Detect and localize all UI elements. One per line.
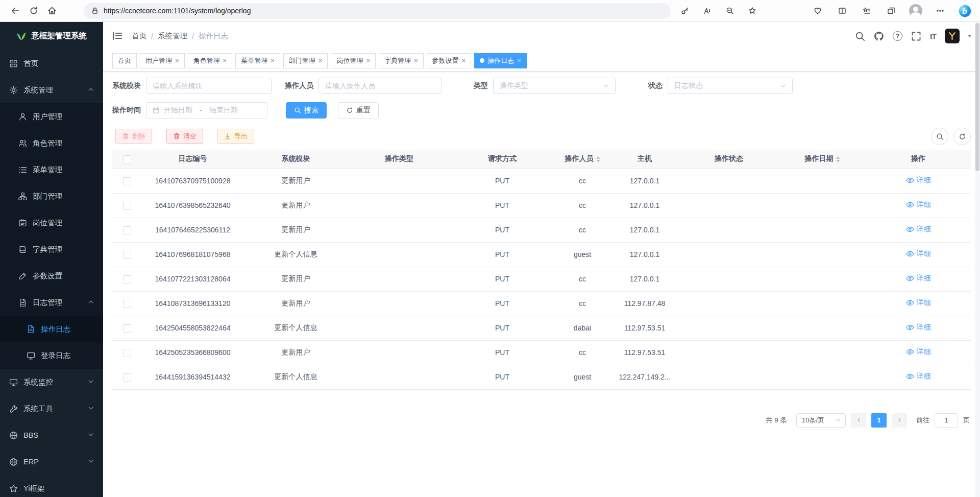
- close-icon[interactable]: ×: [517, 57, 521, 64]
- sidebar-item-login-log[interactable]: 登录日志: [0, 342, 103, 369]
- detail-link[interactable]: 详细: [906, 200, 931, 209]
- row-checkbox[interactable]: [123, 226, 131, 234]
- fullscreen-icon[interactable]: [911, 31, 921, 41]
- search-icon[interactable]: [855, 31, 865, 41]
- close-icon[interactable]: ×: [175, 57, 179, 64]
- tab-oper-log[interactable]: 操作日志×: [474, 53, 527, 68]
- column-date[interactable]: 操作日期: [779, 150, 866, 169]
- column-operator[interactable]: 操作人员: [554, 150, 610, 169]
- user-avatar-logo[interactable]: [945, 29, 960, 43]
- help-icon[interactable]: ?: [893, 31, 902, 41]
- avatar-caret-icon[interactable]: ▾: [968, 33, 971, 39]
- sidebar-item-user-mgmt[interactable]: 用户管理: [0, 103, 103, 130]
- app-logo[interactable]: 意框架管理系统: [0, 22, 103, 50]
- row-checkbox[interactable]: [123, 349, 131, 357]
- date-range-picker[interactable]: 开始日期 - 结束日期: [146, 102, 267, 119]
- prev-page-button[interactable]: [851, 413, 866, 428]
- font-size-icon[interactable]: tT: [930, 32, 936, 40]
- detail-link[interactable]: 详细: [906, 225, 931, 234]
- copilot-button[interactable]: b: [955, 2, 974, 19]
- sidebar-item-home[interactable]: 首页: [0, 50, 103, 77]
- add-favorite-button[interactable]: [743, 2, 762, 19]
- detail-link[interactable]: 详细: [906, 249, 931, 258]
- sidebar-item-log-mgmt[interactable]: 日志管理: [0, 289, 103, 316]
- refresh-table-button[interactable]: [953, 128, 971, 145]
- close-icon[interactable]: ×: [366, 57, 370, 64]
- show-search-toggle-button[interactable]: [931, 128, 948, 145]
- row-checkbox[interactable]: [123, 373, 131, 382]
- tab-role-mgmt[interactable]: 角色管理×: [188, 53, 233, 68]
- sidebar-item-erp[interactable]: ERP: [0, 448, 103, 475]
- split-screen-button[interactable]: [833, 2, 851, 19]
- tab-home[interactable]: 首页: [112, 53, 137, 68]
- browser-home-button[interactable]: [43, 2, 61, 19]
- scrollbar-thumb[interactable]: [975, 23, 979, 171]
- sidebar-item-dept-mgmt[interactable]: 部门管理: [0, 183, 103, 209]
- row-checkbox[interactable]: [123, 300, 131, 308]
- sidebar-item-post-mgmt[interactable]: 岗位管理: [0, 209, 103, 236]
- sort-icon[interactable]: [836, 156, 840, 162]
- sidebar-item-bbs[interactable]: BBS: [0, 422, 103, 448]
- browser-refresh-button[interactable]: [24, 2, 43, 19]
- sidebar-item-oper-log[interactable]: 操作日志: [0, 316, 103, 342]
- tab-menu-mgmt[interactable]: 菜单管理×: [235, 53, 280, 68]
- breadcrumb-system[interactable]: 系统管理: [158, 31, 187, 41]
- search-button[interactable]: 搜索: [286, 102, 327, 119]
- read-aloud-button[interactable]: [698, 2, 717, 19]
- page-number-button[interactable]: 1: [871, 413, 887, 428]
- detail-link[interactable]: 详细: [906, 323, 931, 332]
- browser-back-button[interactable]: [6, 2, 24, 19]
- sidebar-item-yi-framework[interactable]: Yi框架: [0, 475, 103, 497]
- clear-button[interactable]: 清空: [166, 129, 203, 144]
- detail-link[interactable]: 详细: [906, 274, 931, 283]
- delete-button[interactable]: 删除: [115, 129, 152, 144]
- sidebar-item-menu-mgmt[interactable]: 菜单管理: [0, 156, 103, 183]
- row-checkbox[interactable]: [123, 275, 131, 283]
- row-checkbox[interactable]: [123, 324, 131, 333]
- tab-user-mgmt[interactable]: 用户管理×: [140, 53, 185, 68]
- breadcrumb-home[interactable]: 首页: [132, 31, 146, 41]
- type-select[interactable]: 操作类型: [493, 78, 616, 94]
- goto-page-input[interactable]: [935, 413, 958, 428]
- operator-input[interactable]: [318, 78, 442, 94]
- close-icon[interactable]: ×: [462, 57, 466, 64]
- detail-link[interactable]: 详细: [906, 372, 931, 381]
- sidebar-item-role-mgmt[interactable]: 角色管理: [0, 130, 103, 156]
- address-bar[interactable]: https://ccnetcore.com:1101/system/log/op…: [84, 3, 671, 19]
- detail-link[interactable]: 详细: [906, 176, 931, 185]
- zoom-button[interactable]: [721, 2, 739, 19]
- favorites-button[interactable]: [857, 2, 876, 19]
- saved-password-button[interactable]: [676, 2, 694, 19]
- sidebar-item-dict-mgmt[interactable]: 字典管理: [0, 236, 103, 263]
- tab-dept-mgmt[interactable]: 部门管理×: [283, 53, 328, 68]
- row-checkbox[interactable]: [123, 177, 131, 185]
- github-icon[interactable]: [874, 31, 884, 41]
- sidebar-item-system-monitor[interactable]: 系统监控: [0, 369, 103, 395]
- detail-link[interactable]: 详细: [906, 347, 931, 357]
- sidebar-item-system-tools[interactable]: 系统工具: [0, 395, 103, 422]
- sidebar-item-system-mgmt[interactable]: 系统管理: [0, 77, 103, 103]
- sort-icon[interactable]: [596, 156, 600, 162]
- tab-post-mgmt[interactable]: 岗位管理×: [331, 53, 376, 68]
- detail-link[interactable]: 详细: [906, 298, 931, 307]
- profile-button[interactable]: [906, 2, 925, 19]
- close-icon[interactable]: ×: [271, 57, 275, 64]
- browser-settings-button[interactable]: [931, 2, 949, 19]
- module-input[interactable]: [146, 78, 272, 94]
- collections-button[interactable]: [882, 2, 900, 19]
- sidebar-item-param-settings[interactable]: 参数设置: [0, 263, 103, 289]
- close-icon[interactable]: ×: [318, 57, 323, 64]
- sidebar-collapse-button[interactable]: [112, 31, 124, 42]
- status-select[interactable]: 日志状态: [668, 78, 793, 94]
- page-scrollbar[interactable]: [975, 22, 980, 497]
- browser-essentials-button[interactable]: [808, 2, 827, 19]
- next-page-button[interactable]: [892, 413, 907, 428]
- row-checkbox[interactable]: [123, 202, 131, 210]
- close-icon[interactable]: ×: [414, 57, 418, 64]
- reset-button[interactable]: 重置: [338, 102, 379, 119]
- row-checkbox[interactable]: [123, 251, 131, 259]
- export-button[interactable]: 导出: [217, 129, 254, 144]
- select-all-checkbox[interactable]: [123, 155, 131, 163]
- tab-param-settings[interactable]: 参数设置×: [427, 53, 472, 68]
- page-size-select[interactable]: 10条/页: [796, 413, 846, 428]
